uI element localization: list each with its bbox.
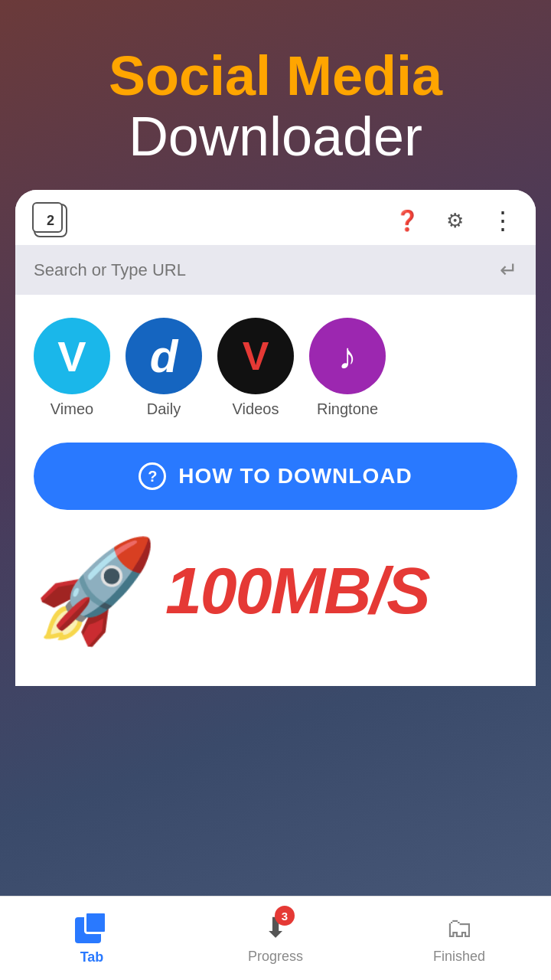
nav-tab[interactable]: Tab (0, 911, 184, 965)
enter-icon: ↵ (500, 257, 517, 283)
help-icon: ❓ (395, 209, 419, 233)
tab-count-badge[interactable]: 2 (34, 204, 67, 237)
finished-icon: 🗂 (445, 912, 473, 944)
app-icon-daily[interactable]: d Daily (126, 318, 202, 418)
ringtone-label: Ringtone (317, 400, 378, 418)
toolbar-icons: ❓ ⚙ ⋮ (392, 205, 517, 236)
toolbar: 2 ❓ ⚙ ⋮ (15, 190, 536, 245)
rocket-emoji: 🚀 (34, 541, 158, 640)
content-area: V Vimeo d Daily V Videos ♪ Rin (15, 295, 536, 686)
bottom-nav: Tab ⬇ 3 Progress 🗂 Finished (0, 896, 551, 980)
more-icon: ⋮ (491, 206, 514, 235)
finished-nav-label: Finished (433, 949, 485, 965)
vimeo-circle: V (34, 318, 110, 394)
daily-circle: d (126, 318, 202, 394)
videos-circle: V (217, 318, 294, 394)
progress-nav-label: Progress (248, 949, 303, 965)
ringtone-circle: ♪ (309, 318, 386, 394)
main-card: 2 ❓ ⚙ ⋮ ↵ V Vimeo (15, 190, 536, 686)
app-icon-vimeo[interactable]: V Vimeo (34, 318, 110, 418)
header: Social Media Downloader (0, 0, 551, 190)
settings-button[interactable]: ⚙ (439, 205, 470, 236)
more-button[interactable]: ⋮ (487, 205, 517, 236)
videos-label: Videos (233, 400, 279, 418)
search-bar[interactable]: ↵ (15, 245, 536, 295)
app-icons-row: V Vimeo d Daily V Videos ♪ Rin (34, 318, 517, 418)
speed-section: 🚀 100MB/S (34, 525, 517, 663)
nav-progress[interactable]: ⬇ 3 Progress (184, 912, 367, 965)
app-icon-ringtone[interactable]: ♪ Ringtone (309, 318, 386, 418)
how-to-download-button[interactable]: ? HOW TO DOWNLOAD (34, 443, 517, 510)
download-btn-label: HOW TO DOWNLOAD (178, 464, 412, 488)
help-button[interactable]: ❓ (392, 205, 422, 236)
vimeo-label: Vimeo (51, 400, 93, 418)
progress-badge: 3 (275, 906, 295, 926)
gear-icon: ⚙ (446, 209, 464, 233)
title-white: Downloader (15, 106, 536, 167)
search-input[interactable] (34, 260, 500, 280)
nav-finished[interactable]: 🗂 Finished (367, 912, 551, 965)
download-help-icon: ? (139, 462, 166, 490)
tab-icon (75, 911, 107, 943)
title-orange: Social Media (15, 46, 536, 106)
tab-nav-label: Tab (80, 949, 104, 965)
speed-value: 100MB/S (165, 553, 429, 629)
daily-label: Daily (147, 400, 181, 418)
app-icon-videos[interactable]: V Videos (217, 318, 294, 418)
